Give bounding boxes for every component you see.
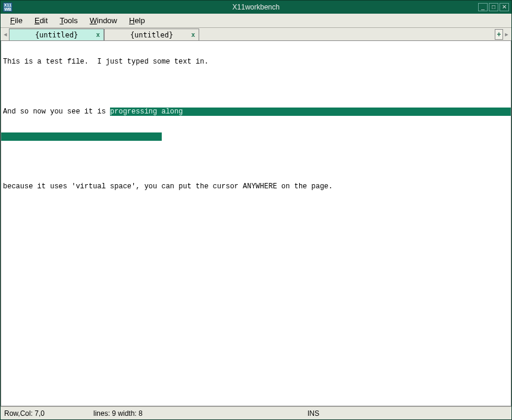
- tab-1[interactable]: {untitled} x: [104, 29, 199, 40]
- editor-line[interactable]: And so now you see it is progressing alo…: [1, 108, 511, 116]
- close-button[interactable]: ✕: [500, 3, 509, 11]
- status-bar: Row,Col: 7,0 lines: 9 width: 8 INS: [1, 406, 511, 419]
- menu-bar: File Edit Tools Window Help: [1, 14, 511, 28]
- window-title: X11workbench: [233, 3, 279, 11]
- tab-0[interactable]: {untitled} x: [9, 29, 104, 40]
- tab-add-button[interactable]: +: [495, 29, 503, 40]
- menu-window[interactable]: Window: [84, 15, 123, 26]
- tab-close-icon[interactable]: x: [96, 31, 100, 39]
- status-insert-mode: INS: [307, 409, 319, 418]
- menu-help[interactable]: Help: [123, 15, 151, 26]
- tab-label: {untitled}: [35, 31, 78, 39]
- selection: [1, 132, 162, 141]
- tab-label: {untitled}: [130, 31, 173, 39]
- editor-line[interactable]: [1, 83, 511, 91]
- text-segment: And so now you see it is: [1, 108, 110, 116]
- menu-edit[interactable]: Edit: [29, 15, 54, 26]
- minimize-button[interactable]: _: [478, 3, 488, 11]
- menu-tools[interactable]: Tools: [54, 15, 83, 26]
- menu-file[interactable]: File: [4, 15, 29, 26]
- editor-line[interactable]: [1, 132, 511, 141]
- editor-line[interactable]: because it uses 'virtual space', you can…: [1, 182, 511, 191]
- tab-close-icon[interactable]: x: [191, 31, 195, 39]
- tab-scroll-left[interactable]: ◄: [2, 29, 9, 40]
- status-rowcol: Row,Col: 7,0: [4, 409, 93, 418]
- tab-bar: ◄ {untitled} x {untitled} x + ►: [1, 28, 511, 41]
- editor-line[interactable]: [1, 157, 511, 166]
- title-bar[interactable]: X11WB X11workbench _ □ ✕: [1, 1, 511, 14]
- text-editor[interactable]: This is a test file. I just typed some t…: [1, 41, 511, 406]
- maximize-button[interactable]: □: [489, 3, 498, 11]
- status-lines-width: lines: 9 width: 8: [93, 409, 307, 418]
- editor-line[interactable]: This is a test file. I just typed some t…: [1, 58, 511, 66]
- app-icon: X11WB: [3, 2, 12, 12]
- editor-content[interactable]: This is a test file. I just typed some t…: [1, 41, 511, 207]
- tab-scroll-right[interactable]: ►: [503, 29, 510, 40]
- window-controls: _ □ ✕: [478, 3, 509, 11]
- selection: progressing along: [110, 108, 511, 116]
- app-window: X11WB X11workbench _ □ ✕ File Edit Tools…: [0, 0, 512, 420]
